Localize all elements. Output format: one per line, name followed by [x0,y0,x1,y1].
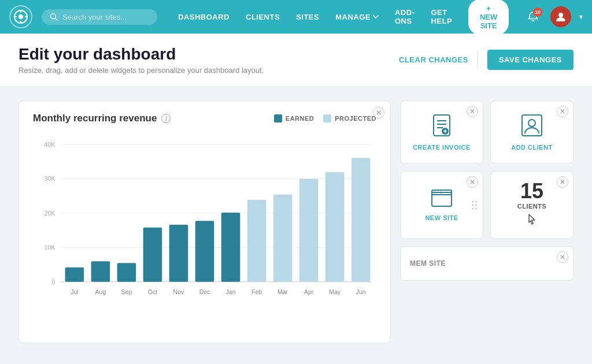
new-site-widget[interactable]: ✕ NEW SITE [400,171,483,239]
info-icon[interactable]: i [161,114,171,123]
clients-number: 15 [520,181,543,202]
chart-svg: 40K 30K 20K 10K 0 [33,133,376,322]
page-header-right: CLEAR CHANGES SAVE CHANGES [399,50,574,70]
svg-text:Mar: Mar [278,288,288,295]
chart-close-button[interactable]: ✕ [373,107,384,118]
logo[interactable] [9,5,32,28]
avatar[interactable] [550,6,571,27]
mem-site-close[interactable]: ✕ [557,251,568,263]
add-client-close[interactable]: ✕ [557,106,568,117]
notifications-button[interactable]: 10 [523,6,543,27]
nav-links: DASHBOARD CLIENTS SITES MANAGE ADD-ONS G… [171,5,459,29]
svg-text:10K: 10K [45,244,56,251]
svg-text:0: 0 [51,278,55,285]
main-content: ✕ Monthly recurring revenue i EARNED PRO… [0,87,592,357]
new-site-label: NEW SITE [425,214,458,221]
svg-rect-30 [325,172,345,282]
cursor-icon [526,213,538,229]
drag-handle[interactable] [472,201,477,210]
svg-point-56 [437,192,439,194]
svg-text:Jul: Jul [71,288,78,295]
mem-site-widget[interactable]: MEM SITE ✕ [400,246,574,281]
svg-point-8 [558,13,563,17]
chart-area: 40K 30K 20K 10K 0 [33,133,376,324]
header-divider [478,51,478,69]
svg-rect-25 [195,221,214,281]
svg-rect-31 [352,158,371,282]
clear-changes-button[interactable]: CLEAR CHANGES [399,55,468,64]
page-header-left: Edit your dashboard Resize, drag, add or… [18,45,264,75]
svg-text:Feb: Feb [251,288,262,295]
page-title: Edit your dashboard [18,45,264,64]
nav-dashboard[interactable]: DASHBOARD [171,9,236,25]
page-header: Edit your dashboard Resize, drag, add or… [0,34,592,87]
chart-widget: ✕ Monthly recurring revenue i EARNED PRO… [18,101,391,343]
svg-text:Jun: Jun [356,288,366,295]
svg-text:May: May [329,288,341,295]
svg-text:Sep: Sep [121,288,132,295]
nav-clients[interactable]: CLIENTS [239,9,287,25]
svg-text:30K: 30K [45,175,56,182]
legend-projected: PROJECTED [323,114,376,122]
chart-title: Monthly recurring revenue i [33,113,171,124]
add-client-icon [521,114,543,139]
clients-count-widget[interactable]: ✕ 15 CLIENTS [490,171,574,239]
clients-close[interactable]: ✕ [557,176,568,188]
navbar: DASHBOARD CLIENTS SITES MANAGE ADD-ONS G… [0,0,592,34]
right-widgets: ✕ CREATE INVOICE ✕ [400,101,574,343]
create-invoice-close[interactable]: ✕ [467,106,478,117]
svg-point-55 [434,192,436,194]
svg-rect-27 [247,200,267,282]
svg-rect-24 [169,225,188,282]
svg-rect-21 [91,261,110,281]
mem-site-label: MEM SITE [410,259,446,268]
new-site-close[interactable]: ✕ [467,176,478,188]
svg-text:Oct: Oct [148,288,157,295]
svg-text:Jan: Jan [226,288,236,295]
svg-text:40K: 40K [45,141,56,148]
nav-addons[interactable]: ADD-ONS [388,5,422,29]
svg-line-7 [56,18,58,21]
svg-text:Apr: Apr [304,288,314,295]
svg-rect-22 [117,263,136,282]
notification-badge: 10 [533,8,542,17]
legend-earned: EARNED [274,114,314,122]
earned-dot [274,114,282,122]
chart-header: Monthly recurring revenue i EARNED PROJE… [33,113,376,124]
search-input[interactable] [62,13,149,21]
chart-legend: EARNED PROJECTED [274,114,376,122]
search-bar[interactable] [42,9,157,25]
chevron-down-icon [373,15,379,18]
svg-rect-26 [221,213,240,282]
add-client-widget[interactable]: ✕ ADD CLIENT [490,101,574,164]
svg-text:Nov: Nov [173,288,184,295]
projected-dot [323,114,331,122]
svg-rect-23 [143,228,162,282]
svg-text:20K: 20K [45,210,56,217]
svg-text:Dec: Dec [199,288,210,295]
new-site-icon [431,189,453,210]
avatar-chevron-icon[interactable]: ▾ [579,13,583,21]
svg-point-1 [18,14,23,19]
nav-manage[interactable]: MANAGE [328,9,386,25]
avatar-icon [554,10,568,24]
create-invoice-label: CREATE INVOICE [413,144,471,151]
new-site-button[interactable]: + NEW SITE [468,0,509,35]
search-icon [50,13,58,21]
create-invoice-widget[interactable]: ✕ CREATE INVOICE [400,101,483,164]
add-client-label: ADD CLIENT [511,144,553,151]
page-subtitle: Resize, drag, add or delete widgets to p… [18,66,264,75]
svg-point-57 [440,192,442,194]
svg-point-52 [528,120,535,127]
nav-actions: 10 ▾ [523,6,583,27]
invoice-icon [431,114,452,139]
nav-get-help[interactable]: GET HELP [424,5,459,29]
save-changes-button[interactable]: SAVE CHANGES [487,50,574,70]
svg-rect-20 [65,268,84,282]
clients-label: CLIENTS [517,203,547,210]
svg-rect-29 [299,179,319,282]
svg-rect-28 [273,194,293,281]
nav-sites[interactable]: SITES [289,9,326,25]
svg-text:Aug: Aug [95,288,106,295]
